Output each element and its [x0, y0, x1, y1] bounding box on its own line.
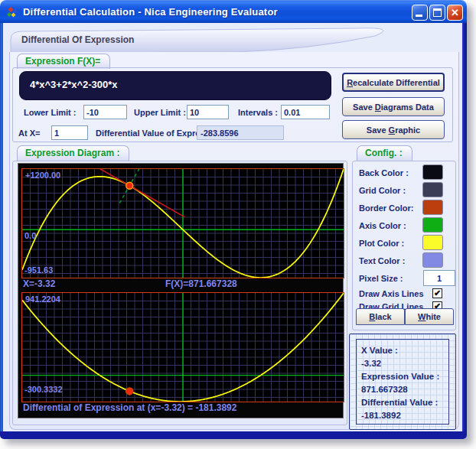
color-row-label: Grid Color :	[359, 186, 406, 195]
info-value: -3.32	[361, 357, 448, 370]
title-bar[interactable]: Differential Calculation - Nica Engineer…	[0, 0, 467, 23]
diagram-group: +1200.00 0.0 -951.63 X=-3.32 F(X)=871.66…	[12, 161, 347, 425]
window-border-right	[462, 23, 467, 431]
lower-limit-label: Lower Limit :	[24, 108, 76, 117]
app-window: Differential Calculation - Nica Engineer…	[0, 0, 467, 439]
plot1-ymin-label: -300.3332	[24, 385, 63, 394]
config-row-back-color: Back Color :	[353, 164, 457, 181]
at-x-label: At X=	[18, 129, 40, 138]
color-swatch[interactable]	[422, 182, 443, 197]
close-button[interactable]: ✕	[447, 5, 463, 21]
color-swatch[interactable]	[422, 200, 443, 215]
differential-caption: Differential of Expression at (x=-3.32) …	[23, 402, 236, 413]
diagram-group-header: Expression Diagram :	[17, 145, 129, 161]
color-swatch[interactable]	[422, 164, 443, 180]
color-swatch[interactable]	[422, 235, 443, 250]
expression-group-header: Expression F(X)=	[17, 54, 110, 69]
save-diagrams-data-button[interactable]: Save Diagrams Data	[342, 97, 445, 116]
config-group: Back Color :Grid Color :Border Color:Axi…	[352, 161, 456, 330]
config-row-plot-color: Plot Color :	[353, 235, 457, 251]
plot0-ymax-label: +1200.00	[25, 171, 60, 180]
checkbox-row-draw-axis-lines: Draw Axis Lines✔	[353, 288, 457, 300]
window-border-bottom	[0, 431, 467, 439]
maximize-icon	[433, 8, 442, 17]
color-row-label: Back Color :	[359, 168, 409, 177]
minimize-icon	[416, 15, 422, 17]
upper-limit-input[interactable]	[187, 105, 229, 119]
checkbox-label: Draw Axis Lines	[359, 289, 424, 298]
black-theme-button[interactable]: Black	[356, 308, 405, 325]
plot-caption-row: X=-3.32 F(X)=871.667328	[23, 278, 340, 291]
config-row-text-color: Text Color :	[353, 252, 457, 268]
plot0-ymin-label: -951.63	[24, 265, 53, 275]
config-row-grid-color: Grid Color :	[353, 182, 457, 198]
expression-plot[interactable]: +1200.00 0.0 -951.63	[21, 168, 344, 278]
app-icon	[6, 6, 18, 18]
expression-group: 4*x^3+2*x^2-300*x Lower Limit : Upper Li…	[12, 67, 453, 142]
info-value: -181.3892	[361, 409, 448, 422]
plot-canvas	[22, 293, 344, 402]
config-row-axis-color: Axis Color :	[353, 217, 457, 233]
save-graphic-button[interactable]: Save Graphic	[342, 120, 445, 139]
info-label: Expression Value :	[361, 370, 448, 383]
expression-input[interactable]: 4*x^3+2*x^2-300*x	[19, 71, 331, 100]
lower-limit-input[interactable]	[83, 105, 127, 119]
color-row-label: Border Color:	[359, 203, 414, 213]
white-theme-button[interactable]: White	[405, 308, 454, 325]
point-marker[interactable]	[126, 388, 133, 395]
color-row-label: Axis Color :	[359, 221, 406, 230]
diagram-panel: +1200.00 0.0 -951.63 X=-3.32 F(X)=871.66…	[18, 163, 344, 418]
point-marker[interactable]	[126, 182, 133, 189]
color-row-label: Text Color :	[359, 256, 405, 265]
checkbox[interactable]: ✔	[432, 288, 442, 298]
maximize-button[interactable]	[429, 5, 445, 21]
info-panel: X Value :-3.32Expression Value :871.6673…	[349, 333, 456, 430]
x-value-caption: X=-3.32	[23, 278, 55, 289]
info-label: Differential Value :	[361, 396, 448, 409]
fx-value-caption: F(X)=871.667328	[165, 278, 237, 289]
close-icon: ✕	[451, 7, 459, 18]
pixel-size-input[interactable]	[423, 270, 455, 286]
info-label: X Value :	[361, 344, 448, 357]
at-x-input[interactable]	[51, 125, 88, 140]
window-title: Differential Calculation - Nica Engineer…	[23, 6, 278, 18]
upper-limit-label: Upper Limit :	[134, 108, 186, 117]
info-value: 871.667328	[361, 383, 448, 396]
config-group-header: Config. :	[357, 145, 412, 161]
intervals-label: Intervals :	[238, 108, 278, 117]
recalculate-differential-button[interactable]: Recalculate Differential	[342, 73, 445, 92]
color-swatch[interactable]	[422, 252, 443, 268]
intervals-input[interactable]	[281, 105, 330, 119]
config-row-border-color: Border Color:	[353, 200, 457, 216]
minimize-button[interactable]	[412, 5, 428, 21]
pixel-size-label: Pixel Size :	[359, 274, 403, 283]
plot-canvas	[22, 169, 344, 278]
tab-differential-of-expression[interactable]: Differential Of Expression	[21, 34, 134, 45]
diff-value-field: -283.8596	[197, 125, 284, 140]
info-panel-values: X Value :-3.32Expression Value :871.6673…	[356, 339, 449, 425]
plot1-ymax-label: 941.2204	[25, 294, 60, 304]
plot0-yzero-label: 0.0	[24, 231, 36, 240]
pixel-size-row: Pixel Size :	[353, 270, 457, 286]
color-swatch[interactable]	[422, 217, 443, 233]
differential-plot[interactable]: 941.2204 -300.3332	[21, 292, 344, 402]
color-row-label: Plot Color :	[359, 239, 404, 248]
